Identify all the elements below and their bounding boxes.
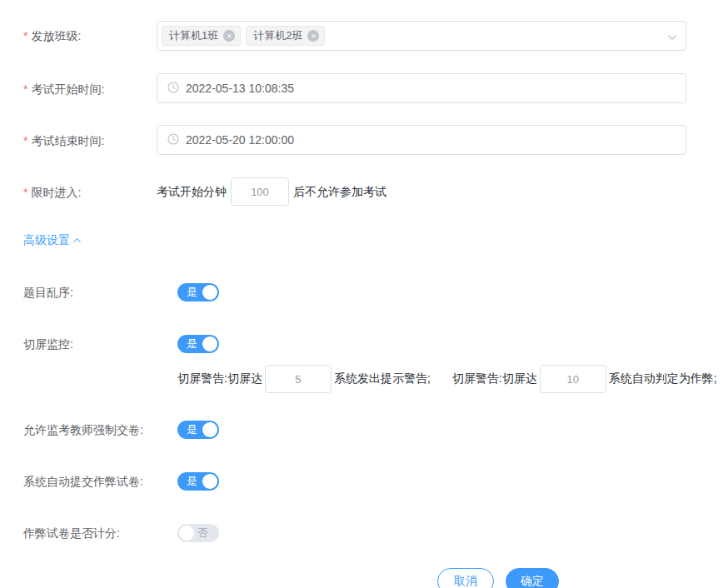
force-submit-label: 允许监考教师强制交卷:: [23, 421, 157, 438]
tag-close-icon[interactable]: ×: [307, 30, 319, 42]
advanced-settings-label: 高级设置: [23, 233, 70, 248]
switch-knob: [202, 474, 217, 489]
advanced-settings-link[interactable]: 高级设置: [23, 233, 82, 248]
row-advanced: 高级设置: [0, 233, 723, 248]
cancel-button[interactable]: 取消: [437, 568, 494, 588]
end-time-label: *考试结束时间:: [23, 125, 157, 149]
classes-multiselect[interactable]: 计算机1班 × 计算机2班 ×: [157, 21, 686, 51]
limit-prefix-text: 考试开始分钟: [157, 177, 227, 206]
clock-icon: [167, 133, 179, 147]
row-auto-submit: 系统自动提交作弊试卷: 是: [0, 472, 723, 491]
end-time-input[interactable]: 2022-05-20 12:00:00: [157, 125, 686, 155]
end-time-value: 2022-05-20 12:00:00: [186, 133, 294, 147]
warn2-count-input[interactable]: [540, 365, 606, 393]
row-classes: *发放班级: 计算机1班 × 计算机2班 ×: [0, 0, 723, 51]
warn1-prefix-text: 切屏警告:切屏达: [177, 371, 262, 386]
start-time-value: 2022-05-13 10:08:35: [186, 82, 294, 95]
limit-entry-label: *限时进入:: [23, 177, 157, 201]
monitor-label: 切屏监控:: [23, 335, 157, 352]
class-tag-label: 计算机2班: [253, 28, 302, 43]
chevron-down-icon: [667, 32, 677, 45]
clock-icon: [167, 82, 179, 96]
limit-suffix-text: 后不允许参加考试: [293, 177, 386, 206]
row-cheat-score: 作弊试卷是否计分: 否: [0, 524, 723, 542]
switch-state-label: 是: [187, 421, 197, 439]
class-tag-label: 计算机1班: [169, 28, 218, 43]
row-monitor: 切屏监控: 是 切屏警告:切屏达 系统发出提示警告; 切屏警告:切屏达 系统自动…: [0, 335, 723, 393]
class-tag: 计算机2班 ×: [246, 26, 325, 46]
exam-settings-form: *发放班级: 计算机1班 × 计算机2班 × *考试开始时间:: [0, 0, 723, 588]
switch-state-label: 是: [187, 472, 197, 491]
force-submit-switch[interactable]: 是: [177, 421, 219, 439]
warn2-prefix-text: 切屏警告:切屏达: [452, 371, 537, 386]
row-start-time: *考试开始时间: 2022-05-13 10:08:35: [0, 73, 723, 103]
row-shuffle: 题目乱序: 是: [0, 283, 723, 301]
warn1-suffix-text: 系统发出提示警告;: [334, 371, 431, 386]
form-footer: 取消 确定: [0, 568, 723, 588]
switch-knob: [202, 285, 217, 300]
start-time-input[interactable]: 2022-05-13 10:08:35: [157, 73, 686, 103]
limit-minutes-input[interactable]: [231, 177, 289, 206]
required-asterisk: *: [23, 134, 27, 147]
row-end-time: *考试结束时间: 2022-05-20 12:00:00: [0, 125, 723, 155]
tag-close-icon[interactable]: ×: [223, 30, 235, 42]
chevron-up-icon: [72, 234, 82, 247]
switch-state-label: 是: [187, 335, 197, 353]
cheat-score-label: 作弊试卷是否计分:: [23, 524, 157, 541]
auto-submit-switch[interactable]: 是: [177, 472, 219, 491]
required-asterisk: *: [23, 82, 27, 96]
switch-state-label: 是: [187, 283, 197, 301]
class-tag: 计算机1班 ×: [162, 26, 241, 46]
row-limit-entry: *限时进入: 考试开始分钟 后不允许参加考试: [0, 177, 723, 206]
row-force-submit: 允许监考教师强制交卷: 是: [0, 421, 723, 439]
shuffle-label: 题目乱序:: [23, 283, 157, 301]
switch-knob: [202, 422, 217, 437]
required-asterisk: *: [23, 29, 27, 42]
switch-knob: [179, 526, 194, 541]
warn2-suffix-text: 系统自动判定为作弊;: [609, 371, 717, 386]
start-time-label: *考试开始时间:: [23, 73, 157, 97]
shuffle-switch[interactable]: 是: [177, 283, 219, 301]
monitor-warning-line: 切屏警告:切屏达 系统发出提示警告; 切屏警告:切屏达 系统自动判定为作弊;: [177, 365, 723, 393]
classes-label: *发放班级:: [23, 21, 157, 44]
switch-knob: [202, 336, 217, 351]
auto-submit-label: 系统自动提交作弊试卷:: [23, 472, 157, 490]
required-asterisk: *: [23, 186, 27, 199]
cheat-score-switch[interactable]: 否: [177, 524, 219, 542]
warn1-count-input[interactable]: [265, 365, 332, 393]
confirm-button[interactable]: 确定: [506, 568, 559, 588]
monitor-switch[interactable]: 是: [177, 335, 219, 353]
switch-state-label: 否: [197, 524, 208, 542]
